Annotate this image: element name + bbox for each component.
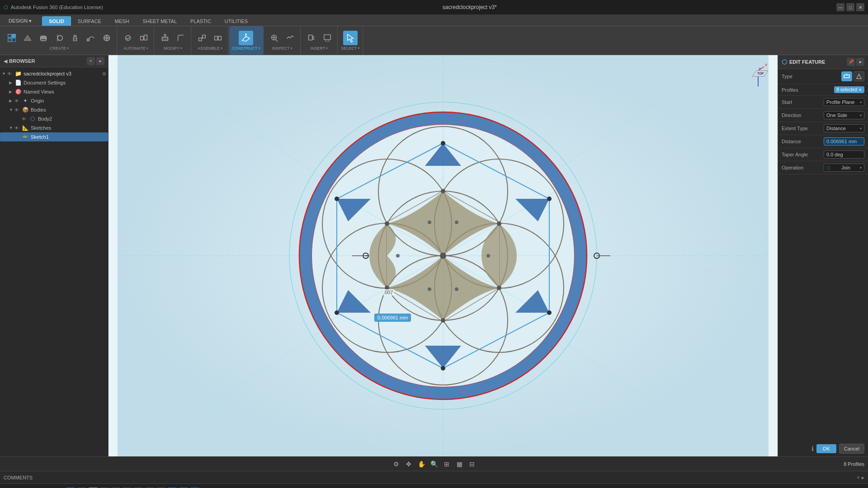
svg-point-79	[455, 221, 458, 224]
ef-type-btn1[interactable]	[841, 71, 852, 81]
fillet-icon[interactable]	[174, 31, 188, 45]
insert-icon1[interactable]	[304, 31, 319, 45]
select-icon[interactable]	[343, 31, 358, 45]
svg-rect-96	[844, 75, 849, 78]
assemble-icon1[interactable]	[195, 31, 209, 45]
zoom-icon[interactable]: 🔍	[429, 459, 439, 469]
tree-origin[interactable]: ▶ 👁 ✦ Origin	[0, 96, 108, 105]
tree-named-views[interactable]: ▶ 🎯 Named Views	[0, 87, 108, 96]
ef-info-btn[interactable]: ℹ	[811, 445, 814, 452]
grid-icon[interactable]: ▦	[454, 459, 465, 469]
frame-icon[interactable]: ⊞	[441, 459, 452, 469]
extrude-icon[interactable]	[36, 31, 51, 45]
ef-start-dropdown[interactable]: Profile Plane ▾	[824, 98, 864, 106]
tree-sketches[interactable]: ▼ 👁 📐 Sketches	[0, 123, 108, 132]
svg-point-84	[396, 254, 400, 258]
tree-bodies[interactable]: ▼ 👁 📦 Bodies	[0, 105, 108, 114]
svg-rect-32	[308, 35, 312, 40]
create-label[interactable]: CREATE ▾	[50, 46, 69, 51]
inspect-label[interactable]: INSPECT ▾	[272, 46, 292, 51]
tab-mesh[interactable]: MESH	[108, 16, 136, 26]
assemble-label[interactable]: ASSEMBLE ▾	[198, 46, 222, 51]
settings-icon[interactable]: ⚙	[391, 459, 401, 469]
ef-profiles-row: Profiles 8 selected ✕	[778, 84, 868, 96]
svg-rect-24	[215, 36, 217, 40]
tab-solid[interactable]: SOLID	[42, 16, 71, 26]
svg-point-82	[428, 287, 431, 291]
revolve-icon[interactable]	[52, 31, 66, 45]
ef-ok-button[interactable]: OK	[816, 444, 836, 453]
press-pull-icon[interactable]	[158, 31, 172, 45]
comments-bar: COMMENTS + ▸	[0, 471, 868, 483]
ef-extent-type-row: Extent Type Distance ▾	[778, 122, 868, 135]
canvas-svg	[108, 55, 778, 456]
toolbar: CREATE ▾ AUTOMATE ▾ MODI	[0, 26, 868, 55]
ef-extent-dropdown[interactable]: Distance ▾	[824, 124, 864, 132]
tree-sketch1[interactable]: ✏ Sketch1	[0, 132, 108, 141]
modify-label[interactable]: MODIFY ▾	[164, 46, 182, 51]
ef-profiles-badge[interactable]: 8 selected ✕	[834, 86, 864, 93]
svg-line-29	[275, 39, 278, 42]
freeform-icon[interactable]	[99, 31, 114, 45]
construct-label[interactable]: CONSTRUCT ▾	[232, 46, 260, 51]
tree-doc-settings[interactable]: ▶ 📄 Document Settings	[0, 78, 108, 87]
viewcube[interactable]: TOP Y X	[742, 59, 774, 90]
tab-sheet-metal[interactable]: SHEET METAL	[136, 16, 184, 26]
toolbar-group-select: SELECT ▾	[339, 26, 363, 55]
automate-icon2[interactable]	[137, 31, 151, 45]
svg-point-69	[385, 221, 389, 226]
ef-taper-input[interactable]: 0.0 deg	[824, 150, 864, 159]
tab-plastic[interactable]: PLASTIC	[184, 16, 218, 26]
svg-text:X: X	[765, 63, 768, 67]
assemble-icon2[interactable]	[211, 31, 225, 45]
new-component-icon[interactable]	[5, 31, 19, 45]
inspect-icon1[interactable]	[267, 31, 282, 45]
automate-icon1[interactable]	[121, 31, 135, 45]
tab-surface[interactable]: SURFACE	[71, 16, 108, 26]
new-body-icon[interactable]	[20, 31, 35, 45]
browser-options-btn[interactable]: ▸	[96, 57, 104, 65]
ef-type-btn2[interactable]	[854, 71, 864, 81]
edit-feature-collapse-btn[interactable]: ▸	[856, 58, 864, 66]
construct-plane-icon[interactable]	[239, 31, 253, 45]
ef-profiles-clear-btn[interactable]: ✕	[859, 88, 862, 92]
sweep-icon[interactable]	[84, 31, 98, 45]
comments-options-btn[interactable]: ▸	[862, 474, 864, 481]
svg-rect-9	[73, 38, 76, 41]
display-icon[interactable]: ⊟	[467, 459, 477, 469]
ef-operation-dropdown[interactable]: ⬡ Join ▾	[824, 164, 864, 172]
inspect-icon2[interactable]	[283, 31, 297, 45]
svg-point-72	[441, 141, 445, 145]
ef-cancel-button[interactable]: Cancel	[839, 444, 864, 454]
dimension-label[interactable]: 0.006961 mm	[374, 314, 411, 322]
svg-rect-0	[8, 34, 11, 37]
browser-collapse-btn[interactable]: +	[87, 57, 95, 65]
restore-button[interactable]: □	[846, 3, 854, 11]
insert-label[interactable]: INSERT ▾	[311, 46, 328, 51]
insert-icon2[interactable]	[320, 31, 335, 45]
comments-expand-btn[interactable]: +	[857, 474, 860, 481]
svg-point-4	[41, 38, 47, 41]
svg-rect-2	[8, 38, 11, 41]
close-button[interactable]: ✕	[856, 3, 864, 11]
tree-body2[interactable]: 👁 ⬡ Body2	[0, 114, 108, 123]
minimize-button[interactable]: —	[836, 3, 844, 11]
svg-rect-36	[324, 34, 330, 39]
ef-direction-dropdown[interactable]: One Side ▾	[824, 111, 864, 119]
pan-icon[interactable]: ✥	[403, 459, 414, 469]
ef-distance-input[interactable]: 0.006961 mm	[824, 137, 864, 145]
ef-start-row: Start Profile Plane ▾	[778, 96, 868, 109]
select-label[interactable]: SELECT ▾	[341, 46, 360, 51]
hand-icon[interactable]: ✋	[416, 459, 427, 469]
canvas-area[interactable]: TOP Y X 0.006961 mm 007	[108, 55, 778, 456]
browser-header: ◀ BROWSER + ▸	[0, 55, 108, 67]
edit-feature-pin-btn[interactable]: 📌	[847, 58, 855, 66]
automate-label[interactable]: AUTOMATE ▾	[123, 46, 148, 51]
tab-design[interactable]: DESIGN ▾	[2, 16, 38, 26]
tree-project-root[interactable]: ▼ 👁 📁 sacredclockproject v3 ⚙	[0, 69, 108, 78]
svg-point-76	[547, 310, 552, 315]
bottom-toolbar: ⚙ ✥ ✋ 🔍 ⊞ ▦ ⊟ 8 Profiles	[0, 456, 868, 471]
tab-utilities[interactable]: UTILITIES	[218, 16, 255, 26]
loft-icon[interactable]	[68, 31, 82, 45]
svg-point-81	[455, 287, 458, 291]
